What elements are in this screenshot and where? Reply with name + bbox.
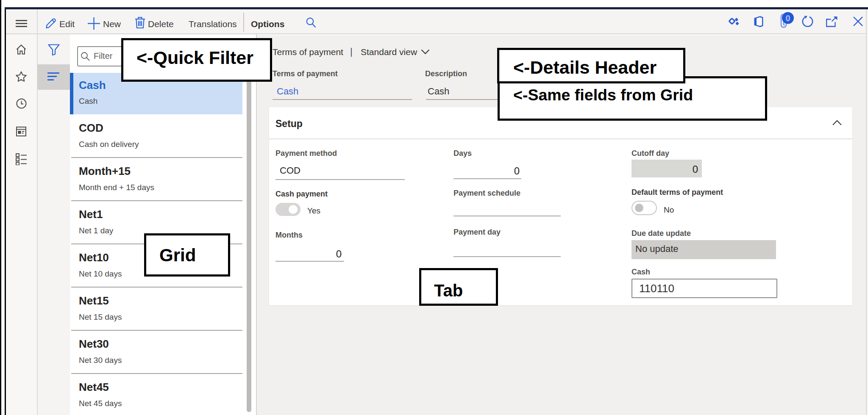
- svg-text:0: 0: [785, 14, 790, 23]
